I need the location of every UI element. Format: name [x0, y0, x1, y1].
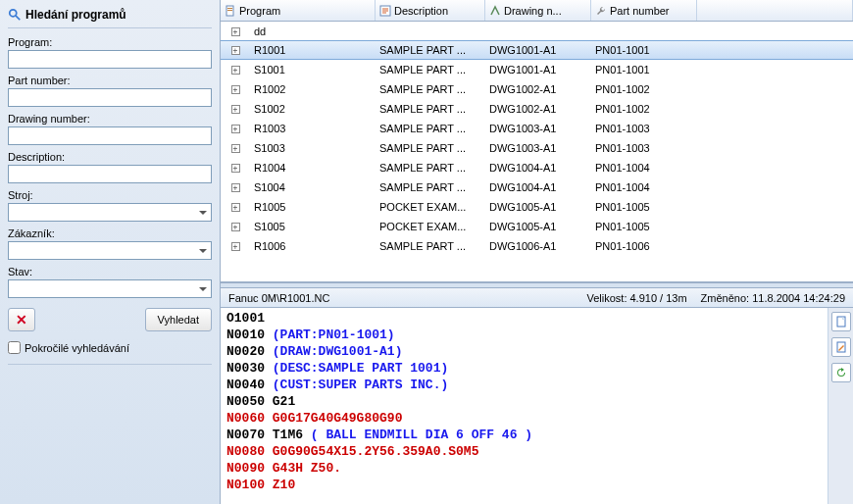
cell-part: PN01-1003 — [591, 123, 697, 134]
table-row[interactable]: +R1002SAMPLE PART ...DWG1002-A1PN01-1002 — [221, 79, 853, 99]
cell-program: S1001 — [250, 64, 376, 76]
expand-icon[interactable]: + — [231, 105, 240, 114]
expand-icon[interactable]: + — [231, 223, 240, 231]
cell-program: dd — [250, 25, 376, 37]
cell-drawing: DWG1005-A1 — [485, 221, 591, 232]
cell-program: S1003 — [250, 142, 376, 154]
cell-drawing: DWG1004-A1 — [485, 162, 591, 174]
label-part-number: Part number: — [8, 75, 212, 86]
svg-rect-9 — [837, 317, 845, 327]
cell-description: SAMPLE PART ... — [376, 44, 485, 56]
status-size: Velikost: 4.910 / 13m — [586, 292, 686, 304]
expand-icon[interactable]: + — [231, 144, 240, 153]
col-drawing[interactable]: Drawing n... — [485, 0, 591, 21]
cell-part: PN01-1003 — [591, 142, 697, 154]
label-stav: Stav: — [8, 266, 212, 277]
table-row[interactable]: +S1003SAMPLE PART ...DWG1003-A1PN01-1003 — [221, 138, 853, 158]
expand-icon[interactable]: + — [231, 66, 240, 75]
expand-icon[interactable]: + — [231, 85, 240, 94]
col-description[interactable]: Description — [376, 0, 485, 21]
cell-part: PN01-1005 — [591, 221, 697, 232]
dropdown-zakaznik[interactable] — [8, 241, 212, 260]
pencil-icon — [835, 341, 847, 353]
svg-point-0 — [10, 10, 17, 17]
sidebar-title: Hledání programů — [8, 4, 212, 28]
clear-button[interactable]: ✕ — [8, 308, 35, 331]
input-drawing-number[interactable] — [8, 126, 212, 145]
cell-program: S1004 — [250, 181, 376, 193]
status-bar: Fanuc 0M\R1001.NC Velikost: 4.910 / 13m … — [221, 288, 853, 308]
wrench-icon — [595, 5, 607, 17]
cell-drawing: DWG1005-A1 — [485, 201, 591, 213]
expand-icon[interactable]: + — [231, 125, 240, 133]
col-description-label: Description — [394, 5, 448, 17]
col-program[interactable]: Program — [221, 0, 376, 21]
expand-icon[interactable]: + — [231, 203, 240, 212]
table-row[interactable]: +S1001SAMPLE PART ...DWG1001-A1PN01-1001 — [221, 60, 853, 79]
close-icon: ✕ — [16, 312, 27, 328]
expand-icon[interactable]: + — [231, 242, 240, 251]
cell-drawing: DWG1002-A1 — [485, 103, 591, 115]
refresh-icon — [835, 367, 847, 378]
code-toolbar — [828, 308, 853, 504]
expand-icon[interactable]: + — [231, 183, 240, 192]
table-row[interactable]: +R1001SAMPLE PART ...DWG1001-A1PN01-1001 — [221, 40, 853, 60]
status-changed: Změněno: 11.8.2004 14:24:29 — [701, 292, 845, 304]
col-part[interactable]: Part number — [591, 0, 697, 21]
cell-part: PN01-1004 — [591, 181, 697, 193]
input-part-number[interactable] — [8, 88, 212, 107]
cell-description: SAMPLE PART ... — [376, 123, 485, 134]
input-program[interactable] — [8, 50, 212, 69]
drawing-icon — [489, 5, 501, 17]
col-drawing-label: Drawing n... — [504, 5, 562, 17]
table-row[interactable]: +S1002SAMPLE PART ...DWG1002-A1PN01-1002 — [221, 99, 853, 119]
search-sidebar: Hledání programů Program: Part number: D… — [0, 0, 221, 504]
tool-refresh-button[interactable] — [831, 363, 851, 382]
grid-body[interactable]: +dd+R1001SAMPLE PART ...DWG1001-A1PN01-1… — [221, 22, 853, 281]
cell-drawing: DWG1003-A1 — [485, 142, 591, 154]
svg-line-1 — [16, 16, 20, 20]
label-description: Description: — [8, 151, 212, 163]
cell-drawing: DWG1002-A1 — [485, 83, 591, 95]
table-row[interactable]: +dd — [221, 22, 853, 41]
table-row[interactable]: +R1004SAMPLE PART ...DWG1004-A1PN01-1004 — [221, 158, 853, 177]
expand-icon[interactable]: + — [231, 164, 240, 173]
expand-icon[interactable]: + — [231, 46, 240, 55]
cell-part: PN01-1001 — [591, 64, 697, 76]
cell-description: SAMPLE PART ... — [376, 240, 485, 252]
label-drawing-number: Drawing number: — [8, 113, 212, 125]
cell-description: SAMPLE PART ... — [376, 142, 485, 154]
cell-drawing: DWG1001-A1 — [485, 44, 591, 56]
cell-description: POCKET EXAM... — [376, 221, 485, 232]
dropdown-stroj[interactable] — [8, 203, 212, 222]
col-program-label: Program — [239, 5, 280, 17]
svg-rect-3 — [227, 8, 232, 9]
svg-rect-4 — [227, 10, 232, 11]
status-path: Fanuc 0M\R1001.NC — [228, 292, 586, 304]
label-program: Program: — [8, 36, 212, 48]
cell-program: R1002 — [250, 83, 376, 95]
tool-edit-button[interactable] — [831, 337, 851, 357]
cell-description: SAMPLE PART ... — [376, 83, 485, 95]
cell-program: S1002 — [250, 103, 376, 115]
table-row[interactable]: +R1003SAMPLE PART ...DWG1003-A1PN01-1003 — [221, 119, 853, 138]
page-icon — [835, 316, 847, 328]
cell-description: SAMPLE PART ... — [376, 162, 485, 174]
search-button[interactable]: Vyhledat — [145, 308, 212, 331]
cell-program: R1001 — [250, 44, 376, 56]
tool-open-button[interactable] — [831, 312, 851, 331]
cell-description: SAMPLE PART ... — [376, 103, 485, 115]
table-row[interactable]: +S1005POCKET EXAM...DWG1005-A1PN01-1005 — [221, 217, 853, 236]
table-row[interactable]: +R1005POCKET EXAM...DWG1005-A1PN01-1005 — [221, 197, 853, 217]
code-viewer[interactable]: O1001N0010 (PART:PN01-1001)N0020 (DRAW:D… — [221, 308, 828, 504]
expand-icon[interactable]: + — [231, 27, 240, 36]
checkbox-advanced[interactable] — [8, 341, 21, 354]
cell-part: PN01-1001 — [591, 44, 697, 56]
search-icon — [8, 8, 22, 22]
dropdown-stav[interactable] — [8, 279, 212, 298]
table-row[interactable]: +S1004SAMPLE PART ...DWG1004-A1PN01-1004 — [221, 177, 853, 197]
cell-program: S1005 — [250, 221, 376, 232]
input-description[interactable] — [8, 165, 212, 183]
cell-part: PN01-1005 — [591, 201, 697, 213]
table-row[interactable]: +R1006SAMPLE PART ...DWG1006-A1PN01-1006 — [221, 236, 853, 256]
